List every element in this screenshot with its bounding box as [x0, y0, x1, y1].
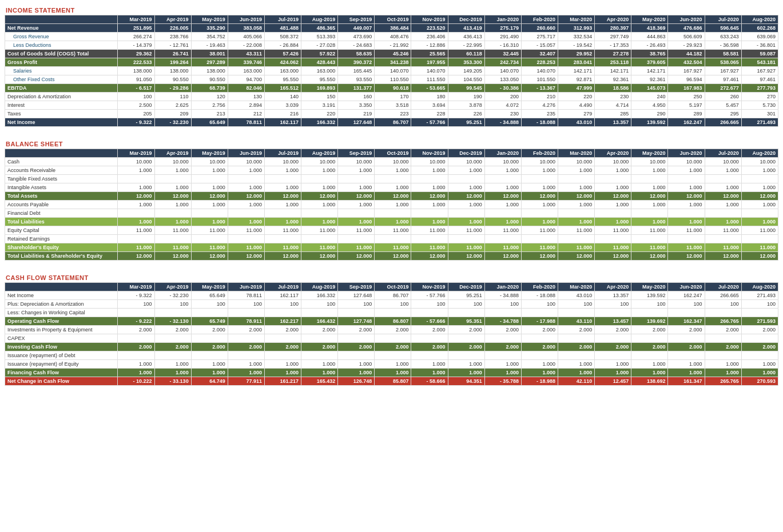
cell-value: - 22.995	[448, 41, 484, 50]
cell-value: 140.070	[521, 67, 558, 75]
cell-value: 1.000	[154, 201, 191, 209]
cell-value	[448, 334, 484, 343]
cell-value: 139.692	[631, 317, 668, 326]
cell-value	[631, 334, 668, 343]
cell-value: 140.070	[375, 67, 411, 75]
cell-value: 138.000	[154, 67, 191, 75]
cell-value: 100	[448, 300, 484, 309]
cell-value	[411, 209, 448, 218]
table-row: Issuance (repayment) of Equity1.0001.000…	[5, 360, 778, 369]
cell-value: 5.197	[668, 101, 705, 110]
cell-value	[631, 235, 668, 243]
cell-value: 1.000	[191, 369, 228, 377]
cell-value: 260	[705, 93, 741, 101]
cell-value	[448, 351, 484, 360]
cell-value: 1.000	[595, 360, 631, 369]
cell-value: 167.927	[741, 67, 778, 75]
cell-value: 2.000	[705, 343, 741, 351]
cell-value: 2.000	[375, 343, 411, 351]
cell-value: 1.000	[375, 166, 411, 175]
cell-value: 90.618	[375, 84, 411, 93]
cell-value: 12.000	[484, 192, 521, 201]
row-label: Investing Cash Flow	[5, 343, 118, 351]
row-label: Plus: Depreciation & Amortization	[5, 300, 118, 309]
cell-value: 1.000	[668, 360, 705, 369]
cell-value: 428.443	[301, 58, 338, 67]
cell-value: 2.000	[448, 343, 484, 351]
cell-value: 1.000	[191, 183, 228, 192]
cell-value: 226	[448, 110, 484, 118]
cell-value: 100	[228, 300, 264, 309]
cell-value	[448, 209, 484, 218]
row-label: Gross Revenue	[5, 33, 118, 41]
cell-value: 266.665	[705, 118, 741, 127]
cell-value	[301, 175, 338, 183]
cell-value: - 14.379	[118, 41, 154, 50]
cell-value	[154, 235, 191, 243]
cell-value: 100	[338, 300, 375, 309]
cell-value	[631, 175, 668, 183]
cell-value: - 17.353	[595, 41, 631, 50]
cell-value: 1.000	[705, 369, 741, 377]
cell-value: 10.000	[338, 158, 375, 166]
cell-value	[558, 334, 595, 343]
cell-value: 272.677	[705, 84, 741, 93]
row-label: Salaries	[5, 67, 118, 75]
cell-value: 11.000	[741, 226, 778, 235]
cell-value: - 24.683	[338, 41, 375, 50]
cell-value	[558, 235, 595, 243]
table-row: Net Income- 9.322- 32.23065.64978.811162…	[5, 291, 778, 300]
cell-value: 1.000	[558, 166, 595, 175]
cell-value: 408.476	[375, 33, 411, 41]
cell-value: 11.000	[705, 226, 741, 235]
cell-value: 100	[705, 300, 741, 309]
cell-value	[154, 309, 191, 317]
cell-value: 1.000	[448, 201, 484, 209]
cell-value: - 29.286	[154, 84, 191, 93]
cell-value: 283.041	[558, 58, 595, 67]
column-date-header: Mar-2019	[118, 149, 154, 158]
cell-value: - 36.598	[705, 41, 741, 50]
table-row: Net Change in Cash Flow- 10.222- 33.1306…	[5, 377, 778, 386]
cell-value: 2.000	[668, 343, 705, 351]
cell-value: 1.000	[595, 369, 631, 377]
cell-value: 1.000	[705, 201, 741, 209]
cell-value: 11.000	[631, 226, 668, 235]
cell-value: 12.000	[631, 252, 668, 261]
cell-value: 223.520	[411, 24, 448, 33]
row-label: Issuance (repayment) of Equity	[5, 360, 118, 369]
cell-value: 1.000	[301, 360, 338, 369]
cell-value	[668, 235, 705, 243]
cell-value: 1.000	[668, 166, 705, 175]
table-row: Less Deductions- 14.379- 12.761- 19.463-…	[5, 41, 778, 50]
cell-value: 379.605	[631, 58, 668, 67]
cell-value: 1.000	[558, 360, 595, 369]
cell-value: 1.000	[668, 218, 705, 226]
column-date-header: Mar-2019	[118, 283, 154, 291]
cell-value	[264, 334, 301, 343]
cell-value: 12.000	[228, 252, 264, 261]
cell-value: 90.550	[154, 75, 191, 84]
table-row: Operating Cash Flow- 9.222- 32.13065.749…	[5, 317, 778, 326]
cell-value: 2.000	[448, 326, 484, 334]
cell-value: 1.000	[558, 218, 595, 226]
cell-value: 13.457	[595, 317, 631, 326]
cell-value: 138.692	[631, 377, 668, 386]
cell-value: 354.752	[191, 33, 228, 41]
cell-value: 250	[668, 93, 705, 101]
cell-value: 216	[264, 110, 301, 118]
cell-value: 90.550	[191, 75, 228, 84]
cell-value	[191, 309, 228, 317]
cell-value: 1.000	[521, 360, 558, 369]
table-row: Depreciation & Amortization1001101201301…	[5, 93, 778, 101]
cell-value: 43.010	[558, 291, 595, 300]
column-date-header: May-2019	[191, 283, 228, 291]
column-date-header: Jun-2019	[228, 15, 264, 24]
cell-value: 4.714	[595, 101, 631, 110]
cell-value: 2.000	[741, 326, 778, 334]
cell-value: 4.490	[558, 101, 595, 110]
cell-value: 10.000	[118, 158, 154, 166]
cell-value	[595, 351, 631, 360]
cell-value: - 32.130	[154, 317, 191, 326]
cell-value: 1.000	[484, 183, 521, 192]
